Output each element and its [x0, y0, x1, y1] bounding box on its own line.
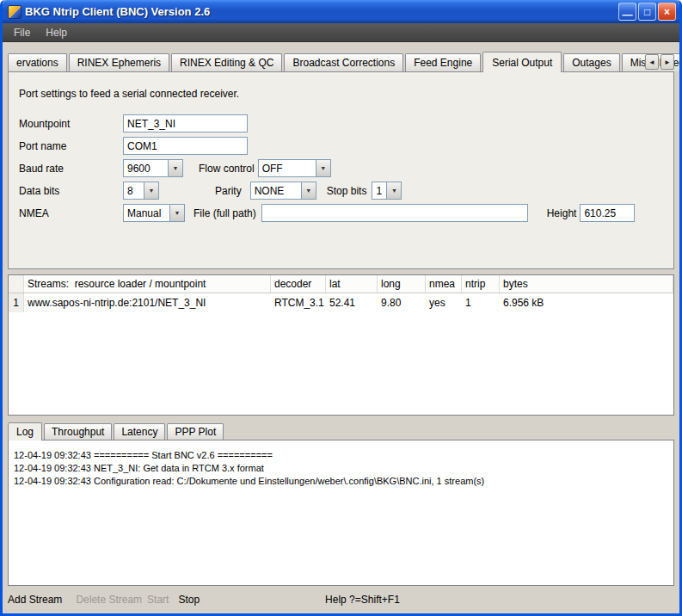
tab-broadcast-corrections[interactable]: Broadcast Corrections	[284, 53, 403, 71]
baud-rate-select[interactable]: 9600 ▼	[123, 159, 183, 177]
close-button[interactable]: ×	[658, 3, 676, 21]
stop-bits-value: 1	[372, 185, 386, 197]
window-controls: — □ ×	[617, 3, 676, 21]
mountpoint-input[interactable]	[123, 114, 248, 132]
cell-long: 9.80	[378, 293, 426, 312]
flow-control-value: OFF	[259, 163, 316, 175]
header-bytes: bytes	[500, 275, 673, 293]
tab-scroll-right-icon[interactable]: ►	[660, 54, 674, 70]
tab-observations[interactable]: ervations	[8, 53, 67, 71]
app-window: BKG Ntrip Client (BNC) Version 2.6 — □ ×…	[0, 0, 682, 616]
flow-control-select[interactable]: OFF ▼	[258, 159, 331, 177]
tab-scroll-left-icon[interactable]: ◄	[645, 54, 659, 70]
minimize-icon: —	[623, 9, 633, 21]
log-line: 12-04-19 09:32:43 ========== Start BNC v…	[14, 449, 668, 462]
table-corner	[9, 275, 24, 293]
tab-feed-engine[interactable]: Feed Engine	[405, 53, 481, 71]
data-bits-select[interactable]: 8 ▼	[123, 182, 159, 200]
data-bits-row: Data bits 8 ▼ Parity NONE ▼ Stop bits 1 …	[19, 182, 663, 200]
footer-bar: Add Stream Delete Stream Start Stop Help…	[3, 586, 679, 613]
port-name-input[interactable]	[123, 137, 248, 155]
port-name-label: Port name	[19, 140, 123, 152]
menu-help[interactable]: Help	[38, 24, 75, 41]
stop-bits-select[interactable]: 1 ▼	[372, 182, 402, 200]
nmea-select[interactable]: Manual ▼	[123, 204, 185, 222]
menu-bar: File Help	[3, 23, 679, 42]
header-nmea: nmea	[426, 275, 462, 293]
header-lat: lat	[326, 275, 378, 293]
streams-table: Streams: resource loader / mountpoint de…	[8, 274, 674, 416]
height-input[interactable]	[580, 204, 635, 222]
app-icon	[8, 5, 22, 19]
maximize-button[interactable]: □	[638, 3, 656, 21]
help-shortcut-label: Help ?=Shift+F1	[325, 594, 400, 606]
baud-rate-row: Baud rate 9600 ▼ Flow control OFF ▼	[19, 159, 663, 177]
baud-rate-value: 9600	[124, 163, 168, 175]
tab-outages[interactable]: Outages	[563, 53, 619, 71]
mountpoint-row: Mountpoint	[19, 114, 663, 132]
serial-output-panel: Port settings to feed a serial connected…	[8, 71, 674, 269]
parity-label: Parity	[215, 185, 242, 197]
dropdown-arrow-icon: ▼	[144, 182, 158, 199]
parity-value: NONE	[251, 185, 301, 197]
tab-serial-output[interactable]: Serial Output	[482, 52, 562, 72]
close-icon: ×	[664, 6, 670, 18]
header-mountpoint: Streams: resource loader / mountpoint	[24, 275, 271, 293]
cell-ntrip: 1	[462, 293, 500, 312]
dropdown-arrow-icon: ▼	[168, 160, 182, 176]
streams-table-header: Streams: resource loader / mountpoint de…	[9, 275, 673, 293]
tab-ppp-plot[interactable]: PPP Plot	[167, 423, 224, 440]
nmea-value: Manual	[124, 207, 169, 219]
row-number: 1	[9, 293, 24, 312]
titlebar: BKG Ntrip Client (BNC) Version 2.6 — □ ×	[3, 0, 679, 23]
nmea-label: NMEA	[19, 207, 123, 219]
delete-stream-button[interactable]: Delete Stream	[76, 594, 142, 606]
add-stream-button[interactable]: Add Stream	[8, 594, 62, 606]
stop-bits-label: Stop bits	[327, 185, 367, 197]
start-button[interactable]: Start	[147, 594, 169, 606]
dropdown-arrow-icon: ▼	[301, 182, 316, 199]
baud-rate-label: Baud rate	[19, 163, 123, 175]
cell-bytes: 6.956 kB	[500, 293, 673, 312]
data-bits-value: 8	[124, 185, 144, 197]
file-path-label: File (full path)	[194, 207, 256, 219]
dropdown-arrow-icon: ▼	[386, 182, 401, 199]
maximize-icon: □	[644, 6, 650, 18]
table-row[interactable]: 1 www.sapos-ni-ntrip.de:2101/NET_3_NI RT…	[9, 293, 673, 312]
log-line: 12-04-19 09:32:43 Configuration read: C:…	[14, 475, 668, 488]
tab-rinex-ephemeris[interactable]: RINEX Ephemeris	[69, 53, 169, 71]
stop-button[interactable]: Stop	[178, 594, 200, 606]
header-decoder: decoder	[271, 275, 326, 293]
height-label: Height	[547, 207, 577, 219]
menu-file[interactable]: File	[6, 24, 38, 41]
panel-description: Port settings to feed a serial connected…	[19, 88, 663, 100]
cell-decoder: RTCM_3.1	[271, 293, 326, 312]
header-long: long	[378, 275, 426, 293]
cell-nmea: yes	[426, 293, 462, 312]
tab-rinex-editing-qc[interactable]: RINEX Editing & QC	[171, 53, 282, 71]
data-bits-label: Data bits	[19, 185, 123, 197]
cell-lat: 52.41	[326, 293, 378, 312]
dropdown-arrow-icon: ▼	[169, 205, 184, 221]
log-output[interactable]: 12-04-19 09:32:43 ========== Start BNC v…	[8, 440, 674, 586]
nmea-row: NMEA Manual ▼ File (full path) Height	[19, 204, 663, 222]
cell-mountpoint: www.sapos-ni-ntrip.de:2101/NET_3_NI	[24, 293, 271, 312]
parity-select[interactable]: NONE ▼	[250, 182, 316, 200]
mountpoint-label: Mountpoint	[19, 118, 123, 130]
log-line: 12-04-19 09:32:43 NET_3_NI: Get data in …	[14, 462, 668, 475]
bottom-tab-bar: Log Throughput Latency PPP Plot	[8, 422, 674, 440]
port-name-row: Port name	[19, 137, 663, 155]
dropdown-arrow-icon: ▼	[316, 160, 330, 176]
tab-scroll-buttons: ◄ ►	[643, 54, 674, 70]
header-ntrip: ntrip	[462, 275, 500, 293]
tab-log[interactable]: Log	[8, 422, 42, 440]
flow-control-label: Flow control	[199, 163, 255, 175]
minimize-button[interactable]: —	[618, 3, 636, 21]
tab-bar: ervations RINEX Ephemeris RINEX Editing …	[8, 51, 674, 71]
file-path-input[interactable]	[261, 204, 528, 222]
tab-latency[interactable]: Latency	[114, 423, 165, 440]
tab-throughput[interactable]: Throughput	[44, 423, 112, 440]
window-title: BKG Ntrip Client (BNC) Version 2.6	[25, 5, 617, 18]
